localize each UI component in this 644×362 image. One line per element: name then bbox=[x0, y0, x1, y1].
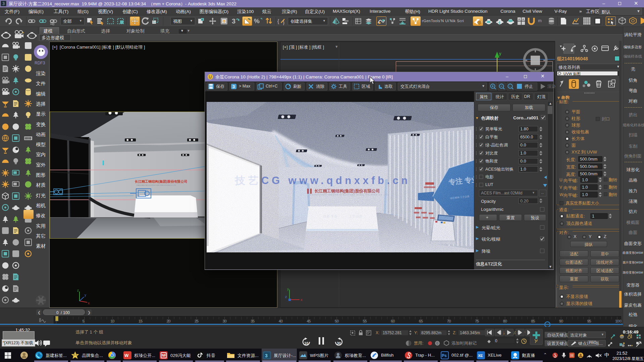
svg-text:55: 55 bbox=[363, 319, 367, 323]
svg-text:y: y bbox=[287, 287, 289, 291]
svg-text:NF: NF bbox=[162, 354, 166, 357]
svg-text:15: 15 bbox=[139, 319, 143, 323]
svg-text:75: 75 bbox=[475, 319, 479, 323]
svg-text:10: 10 bbox=[304, 341, 308, 345]
svg-text:A: A bbox=[518, 18, 520, 21]
svg-text:70: 70 bbox=[447, 319, 451, 323]
svg-text:1: 1 bbox=[610, 337, 612, 340]
svg-text:}: } bbox=[283, 20, 285, 25]
svg-text:W: W bbox=[124, 353, 129, 358]
svg-text:x: x bbox=[88, 301, 90, 304]
svg-text:z: z bbox=[77, 289, 79, 292]
svg-text:50: 50 bbox=[335, 319, 339, 323]
svg-text:3: 3 bbox=[232, 17, 235, 25]
svg-text:0: 0 bbox=[436, 342, 438, 345]
svg-text:+: + bbox=[22, 31, 24, 35]
svg-text:80: 80 bbox=[503, 319, 507, 323]
svg-text:60: 60 bbox=[391, 319, 395, 323]
svg-text:3: 3 bbox=[265, 353, 268, 358]
svg-text:10: 10 bbox=[110, 319, 114, 323]
svg-text:XE: XE bbox=[478, 354, 483, 358]
svg-text:5: 5 bbox=[83, 319, 85, 323]
svg-text:95: 95 bbox=[587, 319, 591, 323]
svg-text:30: 30 bbox=[223, 319, 227, 323]
svg-text:IR: IR bbox=[29, 35, 33, 38]
svg-text:y: y bbox=[499, 51, 501, 56]
svg-text:x: x bbox=[301, 298, 303, 302]
svg-text:z: z bbox=[285, 295, 287, 299]
svg-text:回: 回 bbox=[570, 354, 574, 357]
svg-text:45: 45 bbox=[307, 319, 311, 323]
svg-text:y: y bbox=[85, 293, 86, 297]
svg-text:85: 85 bbox=[531, 319, 535, 323]
svg-text:{: { bbox=[277, 18, 279, 24]
svg-text:3: 3 bbox=[232, 84, 235, 89]
svg-text:Ps: Ps bbox=[442, 353, 447, 358]
svg-text:30: 30 bbox=[337, 341, 341, 345]
svg-text:25: 25 bbox=[195, 319, 199, 323]
svg-text:A: A bbox=[522, 18, 524, 21]
svg-text:+: + bbox=[201, 18, 203, 21]
svg-text:40: 40 bbox=[279, 319, 283, 323]
svg-text:100: 100 bbox=[615, 319, 621, 323]
svg-text:90: 90 bbox=[559, 319, 563, 323]
svg-text:%: % bbox=[254, 17, 260, 24]
svg-text:20: 20 bbox=[166, 319, 170, 323]
svg-text:65: 65 bbox=[419, 319, 423, 323]
svg-text:1: 1 bbox=[509, 85, 511, 88]
svg-text:35: 35 bbox=[251, 319, 255, 323]
